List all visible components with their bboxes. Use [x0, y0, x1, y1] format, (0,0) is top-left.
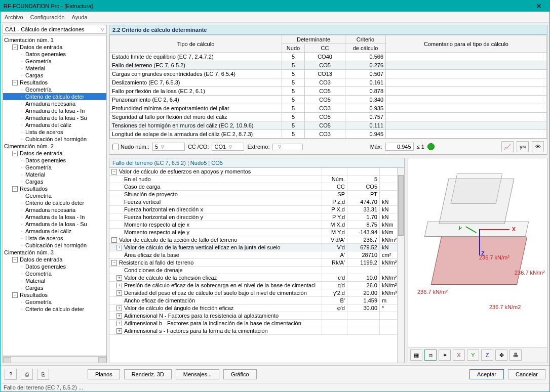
tree-ral2-1[interactable]: ·Armadura de la losa - Su: [3, 114, 106, 121]
tree-dg-1[interactable]: ·Datos generales: [3, 51, 106, 58]
tool-icon-1[interactable]: 📈: [501, 141, 514, 152]
tree-c3[interactable]: Cimentación núm. 3: [3, 249, 106, 256]
table-row[interactable]: Punzonamiento (EC 2, 6.4)5CO50.340: [110, 96, 547, 104]
import-icon[interactable]: ⎘: [37, 369, 49, 380]
detail-row[interactable]: −Valor de cálculo de esfuerzos en apoyos…: [109, 168, 404, 176]
detail-row[interactable]: En el nudoNúm.5: [109, 176, 404, 183]
table-row[interactable]: Fallo por flexión de la losa (EC 2, 6.1)…: [110, 87, 547, 96]
status-ok-icon: [427, 143, 435, 150]
details-title: Fallo del terreno (EC 7, 6.5.2) ¦ Nudo5 …: [109, 158, 404, 168]
tree-hscroll[interactable]: [3, 356, 107, 363]
detail-row[interactable]: Fuerza horizontal en dirección yP Y,d1.7…: [109, 213, 404, 221]
tree-res-2[interactable]: −Resultados: [3, 185, 106, 192]
view-xyz-icon[interactable]: ✥: [495, 350, 507, 361]
ext-input[interactable]: ▽: [272, 144, 303, 150]
detail-row[interactable]: +Presión de cálculo eficaz de la sobreca…: [109, 282, 404, 289]
export-icon[interactable]: ⎙: [21, 369, 33, 380]
menu-configuracion[interactable]: Configuración: [30, 14, 65, 20]
table-row[interactable]: Deslizamiento (EC 7, 6.5.3)5CO30.161: [110, 78, 547, 87]
tree-rac-1[interactable]: ·Armadura del cáliz: [3, 121, 106, 128]
view-icon-2[interactable]: ⧈: [424, 350, 437, 361]
view-icon-3[interactable]: ✦: [439, 350, 451, 361]
tree-rgeo-1[interactable]: ·Geometría: [3, 86, 106, 93]
detail-row[interactable]: +Adimensional N - Factores para la resis…: [109, 312, 404, 320]
render-button[interactable]: Renderiz. 3D: [124, 369, 172, 379]
menubar: Archivo Configuración Ayuda: [1, 12, 549, 23]
details-panel: Fallo del terreno (EC 7, 6.5.2) ¦ Nudo5 …: [109, 158, 405, 363]
statusbar: Fallo del terreno (EC 7, 6.5.2) ...: [1, 383, 549, 391]
mensajes-button[interactable]: Mensajes...: [176, 369, 219, 379]
axis-x-icon: [479, 229, 509, 230]
aceptar-button[interactable]: Aceptar: [469, 369, 504, 379]
criteria-table[interactable]: Tipo de cálculoDeterminanteCriterioComen…: [109, 35, 547, 139]
detail-row[interactable]: +Adimensional b - Factores para la incli…: [109, 320, 404, 327]
chevron-down-icon: ▽: [101, 27, 104, 32]
max-val: 0.945: [385, 143, 414, 151]
tree-ral1-1[interactable]: ·Armadura de la losa - In: [3, 107, 106, 114]
detail-row[interactable]: +Densidad del peso eficaz de cálculo del…: [109, 289, 404, 297]
titlebar: RF-FOUNDATION Pro - [Estructura] ✕: [1, 1, 549, 12]
grafico-button[interactable]: Gráfico: [223, 369, 256, 379]
tree-geo-1[interactable]: ·Geometría: [3, 58, 106, 65]
table-row[interactable]: Estado límite de equilibrio (EC 7, 2.4.7…: [110, 53, 547, 61]
tool-icon-3[interactable]: 👁: [532, 141, 544, 152]
tree-rch-1[interactable]: ·Cubicación del hormigón: [3, 136, 106, 143]
tree-rcrit-1[interactable]: ·Criterio de cálculo deter: [3, 93, 106, 100]
tree-rla-1[interactable]: ·Lista de aceros: [3, 128, 106, 136]
details-vscroll[interactable]: [397, 168, 404, 363]
tree-c2[interactable]: Cimentación núm. 2: [3, 143, 106, 150]
nudo-input[interactable]: 5▽: [152, 143, 185, 151]
tree-datos-2[interactable]: −Datos de entrada: [3, 150, 106, 157]
view-z-icon[interactable]: Z: [481, 350, 493, 361]
table-row[interactable]: Seguridad al fallo por flexión del muro …: [110, 113, 547, 121]
detail-row[interactable]: +Adimensional s - Factores para la forma…: [109, 327, 404, 335]
detail-row[interactable]: +Valor de cálculo de la cohesión eficazc…: [109, 274, 404, 282]
detail-row[interactable]: Momento respecto al eje yM Y,d-143.94kNm: [109, 229, 404, 236]
tree-res-3[interactable]: −Resultados: [3, 291, 106, 298]
tree-datos-3[interactable]: −Datos de entrada: [3, 256, 106, 263]
close-icon[interactable]: ✕: [531, 2, 546, 10]
window-title: RF-FOUNDATION Pro - [Estructura]: [4, 3, 531, 9]
tree-c1[interactable]: Cimentación núm. 1: [3, 36, 106, 43]
detail-row[interactable]: Condiciones de drenaje: [109, 267, 404, 274]
section-title: 2.2 Criterio de cálculo determinante: [109, 25, 547, 35]
detail-row[interactable]: −Valor de cálculo de la acción de fallo …: [109, 236, 404, 244]
view-y-icon[interactable]: Y: [467, 350, 479, 361]
table-row[interactable]: Profundidad mínima de empotramiento del …: [110, 104, 547, 113]
detail-row[interactable]: +Valor de cálculo del ángulo de fricción…: [109, 304, 404, 312]
nudo-check[interactable]: Nudo núm.:: [112, 144, 149, 150]
tree-mat-1[interactable]: ·Material: [3, 65, 106, 72]
view-x-icon[interactable]: X: [453, 350, 465, 361]
viewer-3d[interactable]: 236.7 kN/m² 236.7 kN/m² 236.7 kN/m² 236.…: [408, 158, 547, 363]
detail-row[interactable]: Fuerza verticalP z,d474.70kN: [109, 198, 404, 206]
tool-icon-2[interactable]: γM: [517, 141, 529, 152]
detail-row[interactable]: Ancho eficaz de cimentaciónB'1.459m: [109, 297, 404, 304]
table-row[interactable]: Longitud de solape de la armadura del cá…: [110, 130, 547, 139]
planos-button[interactable]: Planos: [88, 369, 120, 379]
detail-row[interactable]: Caso de cargaCCCO5: [109, 183, 404, 191]
table-row[interactable]: Cargas con grandes excentricidades (EC 7…: [110, 70, 547, 78]
detail-row[interactable]: Fuerza horizontal en dirección xP X,d33.…: [109, 206, 404, 213]
detail-row[interactable]: Momento respecto al eje xM X,d8.75kNm: [109, 221, 404, 229]
menu-ayuda[interactable]: Ayuda: [72, 14, 88, 20]
tree-car-1[interactable]: ·Cargas: [3, 72, 106, 79]
detail-row[interactable]: −Resistencia al fallo del terrenoRk/A'11…: [109, 259, 404, 267]
cancelar-button[interactable]: Cancelar: [508, 369, 545, 379]
case-selector[interactable]: CA1 - Cálculo de cimentaciones▽: [3, 25, 107, 34]
nav-tree[interactable]: Cimentación núm. 1 −Datos de entrada ·Da…: [3, 35, 107, 356]
cc-input[interactable]: CO1▽: [212, 143, 244, 151]
view-icon-1[interactable]: ▦: [410, 350, 422, 361]
detail-row[interactable]: Área eficaz de la baseA'28710cm²: [109, 251, 404, 259]
detail-row[interactable]: Situación de proyectoSPPT: [109, 191, 404, 198]
table-row[interactable]: Tensiones del hormigón en muros del cáli…: [110, 121, 547, 130]
table-row[interactable]: Fallo del terreno (EC 7, 6.5.2)5CO50.276: [110, 61, 547, 70]
footer: ? ⎙ ⎘ Planos Renderiz. 3D Mensajes... Gr…: [1, 365, 549, 383]
detail-row[interactable]: +Valor de cálculo de la fuerza vertical …: [109, 244, 404, 251]
tree-rarm-1[interactable]: ·Armadura necesaria: [3, 100, 106, 107]
help-icon[interactable]: ?: [5, 369, 17, 380]
tree-res-1[interactable]: −Resultados: [3, 79, 106, 86]
menu-archivo[interactable]: Archivo: [5, 14, 23, 20]
axis-z-icon: [479, 229, 480, 255]
view-print-icon[interactable]: 🖶: [509, 350, 522, 361]
tree-datos-1[interactable]: −Datos de entrada: [3, 43, 106, 51]
